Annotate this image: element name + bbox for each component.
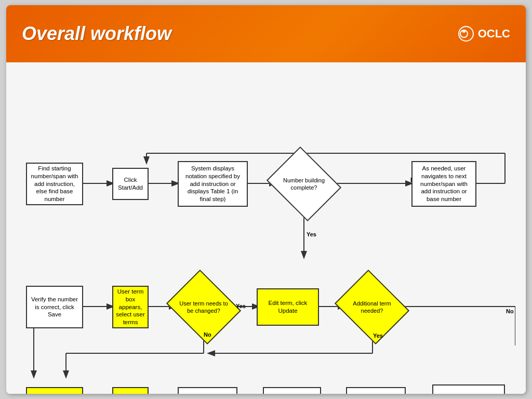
arrows-overlay: [17, 70, 515, 387]
svg-point-0: [459, 26, 473, 41]
slide-header: Overall workflow OCLC: [6, 5, 526, 62]
label-yes-3: Yes: [373, 332, 383, 339]
box-contribute-dewey: Contribute to Dewey Editors (optional): [346, 387, 406, 394]
slide-title: Overall workflow: [22, 23, 171, 45]
box-as-needed: As needed, user navigates to next number…: [411, 161, 476, 207]
diagram-area: Find starting number/span with add instr…: [6, 62, 526, 394]
diamond-user-term: User term needs to be changed?: [175, 283, 233, 331]
label-yes-2: Yes: [236, 303, 246, 309]
svg-point-2: [462, 30, 466, 33]
box-select-term: Select term to set as caption: [112, 387, 149, 394]
flow-container: Find starting number/span with add instr…: [17, 70, 515, 387]
box-verify-presence: Verify presence in the hierarchy: [263, 387, 321, 394]
diamond-number-building: Number building complete?: [275, 160, 333, 208]
box-verify-number: Verify the number is correct, click Save: [26, 286, 83, 328]
box-user-term: User term box appears, select user terms: [112, 286, 149, 328]
box-system-displays: System displays notation specified by ad…: [178, 161, 248, 207]
label-no-2: No: [204, 331, 211, 338]
label-no-3: No: [506, 308, 514, 314]
box-find-starting: Find starting number/span with add instr…: [26, 163, 83, 205]
box-click-start: Click Start/Add: [112, 168, 149, 200]
diamond-additional-term: Additional term needed?: [343, 283, 401, 331]
box-edit-term: Edit term, click Update: [257, 288, 319, 326]
label-yes-1: Yes: [307, 231, 316, 237]
oclc-logo: OCLC: [457, 25, 510, 43]
box-save-institutional: Save as institutional or personal visibi…: [178, 387, 237, 394]
box-not-contributed: If not contributed to Dewey Editors, new…: [432, 384, 505, 394]
oclc-text: OCLC: [478, 27, 510, 41]
oclc-logo-icon: [457, 25, 475, 43]
box-create-term: Create additional term, click Add: [26, 387, 83, 394]
slide: Overall workflow OCLC: [6, 5, 526, 394]
